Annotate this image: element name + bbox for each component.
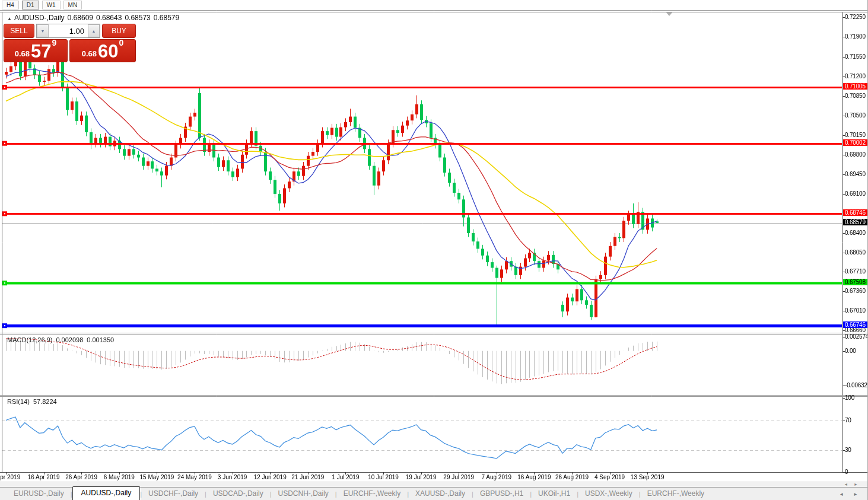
volume-increase-icon[interactable]: ▲ bbox=[88, 24, 100, 37]
buy-price-sup: 0 bbox=[119, 33, 124, 53]
date-label: 15 May 2019 bbox=[139, 474, 174, 480]
chart-tab-eurusd-daily[interactable]: EURUSD-,Daily bbox=[7, 488, 71, 500]
price-tick-label: 0.67360 bbox=[845, 288, 866, 294]
date-label: 7 Apr 2019 bbox=[0, 474, 20, 480]
date-label: 16 Aug 2019 bbox=[517, 474, 551, 480]
one-click-trading-panel: SELL ▼ ▲ BUY 0.68 57 9 0.68 60 0 bbox=[4, 24, 136, 62]
date-label: 10 Jul 2019 bbox=[368, 474, 399, 480]
price-tick-label: 0.72250 bbox=[845, 14, 866, 20]
date-label: 29 Jul 2019 bbox=[443, 474, 474, 480]
rsi-label: RSI(14) bbox=[7, 398, 30, 405]
chart-tab-gbpusd-h1[interactable]: GBPUSD-,H1 bbox=[473, 488, 530, 500]
sell-button[interactable]: SELL bbox=[4, 24, 34, 38]
level-price-label: 0.68746 bbox=[843, 209, 867, 216]
date-label: 4 Sep 2019 bbox=[594, 474, 625, 480]
price-tick-label: 0.67710 bbox=[845, 268, 866, 275]
price-tick-label: 0.71200 bbox=[845, 73, 866, 79]
timeframe-button-d1[interactable]: D1 bbox=[22, 1, 39, 9]
macd-tick-label: -0.006326 bbox=[845, 382, 868, 388]
low-value: 0.68573 bbox=[125, 14, 150, 22]
level-price-label: 0.67508 bbox=[843, 279, 867, 285]
open-value: 0.68609 bbox=[68, 14, 93, 22]
chart-tab-bar: EURUSD-,Daily|AUDUSD-,Daily|USDCHF-,Dail… bbox=[0, 487, 867, 500]
date-label: 16 Apr 2019 bbox=[28, 474, 60, 480]
high-value: 0.68643 bbox=[96, 14, 122, 22]
chart-tab-usdcad-daily[interactable]: USDCAD-,Daily bbox=[206, 488, 270, 500]
chart-tab-eurchf-weekly[interactable]: EURCHF-,Weekly bbox=[641, 488, 711, 500]
date-label: 13 Sep 2019 bbox=[631, 474, 664, 480]
date-label: 19 Jul 2019 bbox=[406, 474, 437, 480]
date-label: 12 Jun 2019 bbox=[254, 474, 287, 480]
buy-price-panel[interactable]: 0.68 60 0 bbox=[69, 39, 136, 62]
date-label: 3 Jun 2019 bbox=[218, 474, 247, 480]
date-label: 1 Jul 2019 bbox=[332, 474, 359, 480]
close-value: 0.68579 bbox=[154, 14, 179, 22]
current-price-label: 0.68579 bbox=[843, 219, 867, 225]
chart-tab-eurchf-weekly[interactable]: EURCHF-,Weekly bbox=[337, 488, 407, 500]
price-tick-label: 0.68400 bbox=[845, 230, 866, 236]
date-label: 26 Aug 2019 bbox=[555, 474, 589, 480]
price-tick-label: 0.70850 bbox=[845, 93, 866, 99]
macd-signal-value: 0.001350 bbox=[87, 336, 114, 343]
trading-platform-window: H4D1W1MN ▲AUDUSD-,Daily0.686090.686430.6… bbox=[0, 0, 868, 500]
price-tick-label: 0.67010 bbox=[845, 307, 866, 314]
price-tick-label: 0.70150 bbox=[845, 132, 866, 138]
macd-header: MACD(12,26,9)0.0020980.001350 bbox=[7, 336, 117, 343]
rsi-value: 57.8224 bbox=[33, 398, 57, 405]
volume-decrease-icon[interactable]: ▼ bbox=[37, 24, 49, 37]
scroll-left-icon[interactable]: ◄ bbox=[844, 482, 854, 486]
timeframe-button-h4[interactable]: H4 bbox=[2, 1, 19, 9]
tabs-scroll-right-icon[interactable]: ► bbox=[853, 492, 863, 497]
chart-tab-usdx-weekly[interactable]: USDX-,Weekly bbox=[578, 488, 639, 500]
rsi-tick-label: 0 bbox=[845, 469, 848, 475]
chart-tab-audusd-daily[interactable]: AUDUSD-,Daily bbox=[72, 486, 141, 500]
date-label: 26 Apr 2019 bbox=[65, 474, 97, 480]
scroll-right-icon[interactable]: ► bbox=[854, 482, 864, 486]
sell-price-panel[interactable]: 0.68 57 9 bbox=[4, 39, 68, 62]
price-tick-label: 0.71900 bbox=[845, 33, 866, 40]
rsi-tick-label: 30 bbox=[845, 447, 851, 453]
symbol-label: AUDUSD-,Daily bbox=[14, 14, 65, 22]
level-price-label: 0.70002 bbox=[843, 139, 867, 146]
sell-price-sup: 9 bbox=[52, 33, 57, 53]
chart-tab-usdcnh-daily[interactable]: USDCNH-,Daily bbox=[272, 488, 335, 500]
sell-price-fraction: 0.68 bbox=[15, 48, 30, 60]
tabs-scroll-left-icon[interactable]: ◄ bbox=[839, 492, 848, 497]
timeframe-button-w1[interactable]: W1 bbox=[42, 1, 61, 9]
timeframe-button-mn[interactable]: MN bbox=[63, 1, 82, 9]
chart-tab-usdchf-daily[interactable]: USDCHF-,Daily bbox=[142, 488, 205, 500]
chart-tab-ukoil-h1[interactable]: UKOil-,H1 bbox=[532, 488, 577, 500]
sell-price-big: 57 bbox=[31, 43, 51, 60]
chart-title: ▲AUDUSD-,Daily0.686090.686430.685730.685… bbox=[7, 14, 182, 22]
price-tick-label: 0.69100 bbox=[845, 190, 866, 197]
macd-tick-label: 0.002574 bbox=[845, 333, 868, 340]
rsi-header: RSI(14)57.8224 bbox=[7, 398, 61, 405]
price-tick-label: 0.69800 bbox=[845, 151, 866, 158]
level-price-label: 0.66746 bbox=[843, 321, 867, 328]
rsi-tick-label: 70 bbox=[845, 417, 851, 423]
collapse-panel-icon[interactable]: ▲ bbox=[7, 16, 12, 21]
macd-label: MACD(12,26,9) bbox=[7, 336, 52, 343]
timeframe-toolbar: H4D1W1MN bbox=[0, 0, 867, 10]
buy-price-fraction: 0.68 bbox=[82, 48, 97, 60]
volume-spinner: ▼ ▲ bbox=[36, 24, 100, 38]
macd-tick-label: 0.00 bbox=[845, 348, 856, 354]
chart-tab-xauusd-daily[interactable]: XAUUSD-,Daily bbox=[409, 488, 472, 500]
rsi-tick-label: 100 bbox=[845, 394, 854, 401]
price-tick-label: 0.69450 bbox=[845, 171, 866, 177]
date-label: 7 Aug 2019 bbox=[481, 474, 511, 480]
date-label: 24 May 2019 bbox=[177, 474, 212, 480]
price-tick-label: 0.70500 bbox=[845, 112, 866, 119]
price-tick-label: 0.68050 bbox=[845, 249, 866, 256]
chart-canvas[interactable] bbox=[0, 0, 868, 500]
macd-main-value: 0.002098 bbox=[56, 336, 83, 343]
price-tick-label: 0.71550 bbox=[845, 53, 866, 60]
buy-price-big: 60 bbox=[98, 43, 118, 60]
level-price-label: 0.71005 bbox=[843, 83, 867, 90]
date-label: 6 May 2019 bbox=[104, 474, 135, 480]
date-label: 21 Jun 2019 bbox=[291, 474, 324, 480]
